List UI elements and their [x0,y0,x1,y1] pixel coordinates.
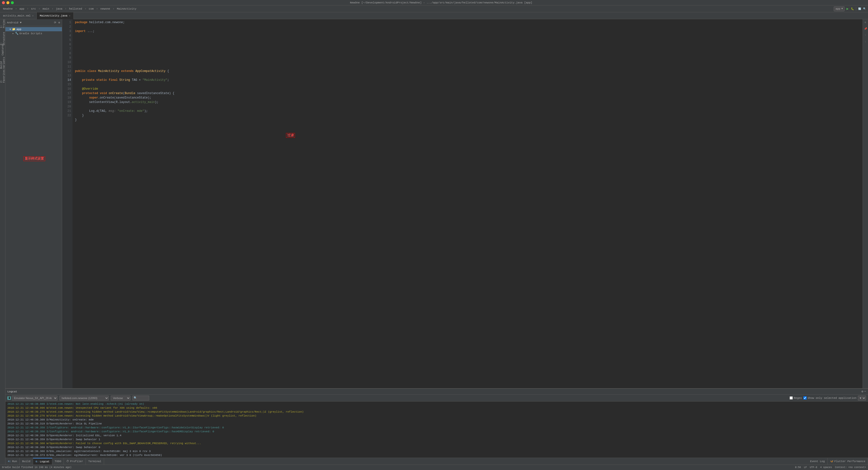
tree-item-gradle[interactable]: ▸ 🔧 Gradle Scripts [5,31,62,35]
tab-mainactivity-java[interactable]: MainActivity.java ✕ [37,12,73,19]
toolbar-src[interactable]: src [30,7,37,11]
log-line-10: 2018-12-21 12:46:39.359 D/OpenGLRenderer… [7,437,866,441]
right-strip-icon-1[interactable]: ⚙ [863,20,868,25]
tab-flutter-perf[interactable]: 🦋 Flutter Performance [828,458,868,465]
tab-activity-main-xml[interactable]: activity_main.xml ✕ [0,12,37,19]
right-strip-icon-3[interactable]: ↑ [863,33,868,37]
device-selector[interactable]: Emulator Nexus_5X_API_28 Ar [12,396,58,401]
log-line-2: 2018-12-21 12:46:38.996 W/oted.com.newon… [7,406,866,410]
folder-icon: 📁 [12,28,16,31]
structure-tool-button[interactable]: 2: Structure [0,36,5,41]
tab-build-label: Build [22,460,30,463]
regex-checkbox[interactable] [789,396,793,400]
folder-expand-icon: ▾ [9,28,11,31]
line-num-5: 5 [62,38,71,42]
toolbar-app[interactable]: app [18,7,26,11]
log-line-8: 2018-12-21 12:46:39.358 I/ConfigStore: a… [7,430,866,434]
tab-mainactivity-label: MainActivity.java [40,14,67,17]
toolbar-java[interactable]: java [54,7,64,11]
logcat-settings-icon[interactable]: ⚙ [862,390,863,393]
left-tool-strip: 1: Project 2: Structure Captures Build V… [0,19,5,465]
bottom-tabs: 4: Run Build 6: Logcat TODO ⏱ [5,458,868,465]
run-config-label: app [835,7,840,10]
device-icon: 📱 [7,396,11,400]
indent-indicator[interactable]: 4 spaces [820,466,832,469]
run-button[interactable]: ▶ [845,7,849,11]
maximize-button[interactable] [11,1,14,4]
logcat-title: Logcat [7,390,17,393]
window-controls[interactable] [2,1,14,4]
show-only-checkbox[interactable] [803,396,807,400]
sync-sidebar-icon[interactable]: ⟳ [54,21,57,25]
captures-tool-button[interactable]: Captures [0,47,5,52]
toolbar-com[interactable]: com [87,7,95,11]
project-sidebar: Android ▼ ⟳ ⚙ ▾ 📁 app ▸ 🔧 [5,19,62,388]
flutter-icon: 🦋 [830,460,834,463]
package-selector[interactable]: helloted.com.newone (12093) [59,396,109,401]
log-level-selector[interactable]: Verbose Debug Info Warning Error [111,396,130,401]
tab-profiler-icon: ⏱ [66,460,69,463]
tab-todo[interactable]: TODO [52,458,64,465]
minimize-button[interactable] [6,1,9,4]
tab-activity-xml-label: activity_main.xml [3,14,31,17]
close-button[interactable] [2,1,5,4]
sidebar-toolbar: Android ▼ ⟳ ⚙ [5,19,62,26]
line-num-18: 18 [62,96,71,100]
tree-item-app[interactable]: ▾ 📁 app [5,27,62,31]
line-col-indicator: 8:56 [795,466,801,469]
toolbar-helloted[interactable]: helloted [68,7,84,11]
right-strip-icon-4[interactable]: ↓ [863,39,868,44]
line-ending-indicator[interactable]: LF [804,466,807,469]
log-container[interactable]: 2018-12-21 12:46:38.980 I/oted.com.newon… [5,402,868,458]
line-num-22: 22 [62,113,71,118]
line-num-13: 13 [62,73,71,78]
tab-profiler-label: Profiler [70,460,83,463]
file-tabs: activity_main.xml ✕ MainActivity.java ✕ [0,12,868,19]
log-line-7: 2018-12-21 12:46:39.358 I/ConfigStore: a… [7,426,866,430]
tab-logcat[interactable]: 6: Logcat [33,458,52,465]
gear-sidebar-icon[interactable]: ⚙ [58,21,60,25]
toolbar-separator [856,7,856,11]
tab-event-log[interactable]: Event Log [808,458,827,465]
tab-profiler[interactable]: ⏱ Profiler [64,458,86,465]
code-editor[interactable]: package helloted.com.newone; import ...;… [72,19,863,388]
log-line-1: 2018-12-21 12:46:38.980 I/oted.com.newon… [7,402,866,406]
debug-button[interactable]: 🐛 [850,7,855,11]
toolbar-mainactivity[interactable]: MainActivity [115,7,138,11]
search-icon: 🔍 [134,396,137,400]
toolbar-newone[interactable]: NewOne [1,7,14,11]
android-selector[interactable]: Android ▼ [7,21,22,24]
log-line-5: 2018-12-21 12:46:39.309 D/MainActivity: … [7,418,866,422]
regex-label: Regex [794,397,802,400]
log-line-9: 2018-12-21 12:46:39.359 D/OpenGLRenderer… [7,434,866,437]
variants-tool-button[interactable]: Build Variants [0,60,5,66]
editor-area: 1 2 3 4 5 6 7 8 9 10 11 12 13 [62,19,863,388]
close-tab-xml[interactable]: ✕ [32,14,34,17]
logcat-search-wrapper[interactable]: 🔍 [132,396,149,401]
toolbar-newone-pkg[interactable]: newone [99,7,112,11]
search-everywhere-icon[interactable]: 🔍 [863,7,867,11]
close-tab-java[interactable]: ✕ [69,14,70,17]
tab-terminal[interactable]: Terminal [86,458,104,465]
title-bar: NewOne [~/Development/AndroidProject/New… [0,0,868,5]
run-config-dropdown-icon[interactable]: ▼ [841,7,843,10]
project-tool-button[interactable]: 1: Project [0,20,5,26]
tab-run[interactable]: 4: Run [5,458,20,465]
log-line-3: 2018-12-21 12:46:39.275 W/oted.com.newon… [7,410,866,414]
line-num-7: 7 [62,47,71,51]
log-line-4: 2018-12-21 12:46:39.276 W/oted.com.newon… [7,414,866,418]
right-strip-icon-2[interactable]: 📌 [863,27,868,31]
context-indicator: Context: <no context> [835,466,866,469]
logcat-pin-icon[interactable]: — [864,390,866,393]
encoding-indicator[interactable]: UTF-8 [810,466,817,469]
tree-app-label: app [17,28,22,31]
favorites-tool-button[interactable]: 2: Favorites [0,73,5,79]
toolbar-main[interactable]: main [41,7,51,11]
sync-icon[interactable]: 🔄 [858,7,862,11]
gradle-expand-icon: ▸ [12,32,14,35]
logcat-search-input[interactable] [138,396,148,401]
show-only-dropdown[interactable]: ▼ [858,396,866,401]
line-num-10: 10 [62,60,71,65]
line-num-12: 12 [62,69,71,73]
tab-build[interactable]: Build [20,458,33,465]
